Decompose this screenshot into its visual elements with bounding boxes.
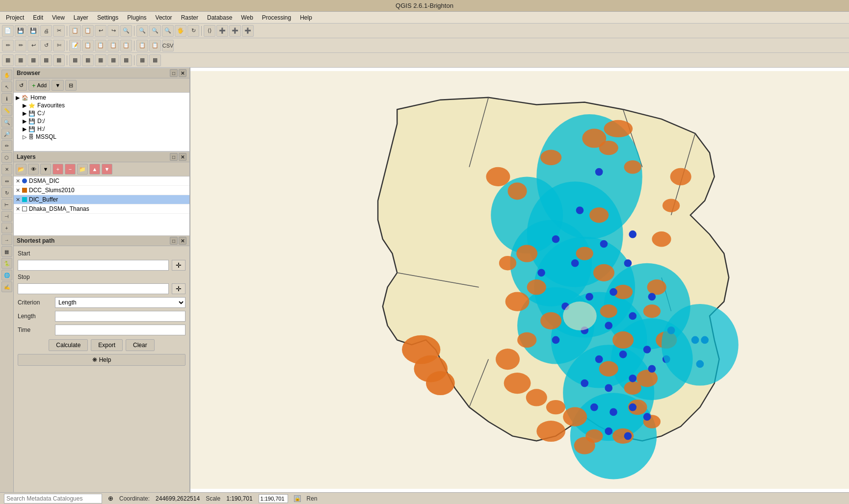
sp-restore-btn[interactable]: □: [170, 237, 178, 245]
toolbar-btn-toolbar2-3[interactable]: ↺: [40, 40, 52, 51]
toolbar-btn-toolbar2-11[interactable]: 📋: [149, 40, 161, 51]
tree-item-favourites[interactable]: ▶ ⭐ Favourites: [15, 101, 188, 109]
menu-item-processing[interactable]: Processing: [258, 13, 295, 22]
sp-help-btn[interactable]: ❋ Help: [18, 354, 186, 366]
browser-add-btn[interactable]: + Add: [28, 80, 50, 91]
menu-item-help[interactable]: Help: [296, 13, 316, 22]
zoom-in-tool[interactable]: 🔍: [1, 117, 12, 127]
sp-close-btn[interactable]: ✕: [179, 237, 186, 245]
sp-clear-btn[interactable]: Clear: [126, 339, 155, 351]
menu-item-view[interactable]: View: [48, 13, 69, 22]
toolbar-btn-toolbar3-4[interactable]: ▦: [53, 54, 65, 66]
layer-item-thanas[interactable]: ✕ Dhaka_DSMA_Thanas: [14, 204, 189, 214]
toolbar-btn-toolbar1-14[interactable]: ↻: [187, 25, 199, 37]
toolbar-btn-toolbar1-5[interactable]: 📋: [69, 25, 81, 37]
toolbar-btn-toolbar2-7[interactable]: 📋: [95, 40, 106, 51]
layers-open-btn[interactable]: 📂: [16, 164, 27, 175]
browser-refresh-btn[interactable]: ↺: [16, 80, 27, 91]
toolbar-btn-toolbar3-11[interactable]: ▦: [149, 54, 161, 66]
sp-time-input[interactable]: [55, 325, 186, 335]
toolbar-btn-toolbar3-6[interactable]: ▦: [82, 54, 94, 66]
menu-item-raster[interactable]: Raster: [177, 13, 202, 22]
network-tool[interactable]: 🌐: [1, 270, 12, 280]
browser-restore-btn[interactable]: □: [170, 69, 178, 77]
toolbar-btn-toolbar2-1[interactable]: ✏: [15, 40, 27, 51]
merge-tool[interactable]: ⊣: [1, 211, 12, 222]
layers-up-btn[interactable]: ▲: [89, 164, 100, 175]
toolbar-btn-toolbar2-5[interactable]: 📝: [69, 40, 81, 51]
tree-item-c[interactable]: ▶ 💾 C:/: [15, 109, 188, 117]
toolbar-btn-toolbar1-17[interactable]: ➕: [229, 25, 241, 37]
tree-item-h[interactable]: ▶ 💾 H:/: [15, 125, 188, 133]
toolbar-btn-toolbar1-12[interactable]: 🔍: [162, 25, 174, 37]
toolbar-btn-toolbar1-10[interactable]: 🔍: [136, 25, 148, 37]
search-input[interactable]: [4, 494, 102, 504]
toolbar-btn-toolbar3-2[interactable]: ▦: [27, 54, 39, 66]
tree-item-d[interactable]: ▶ 💾 D:/: [15, 117, 188, 125]
menu-item-web[interactable]: Web: [237, 13, 257, 22]
sp-export-btn[interactable]: Export: [91, 339, 123, 351]
sp-stop-picker[interactable]: ✛: [172, 283, 186, 294]
toolbar-btn-toolbar1-0[interactable]: 📄: [2, 25, 14, 37]
toolbar-btn-toolbar1-11[interactable]: 🔍: [149, 25, 161, 37]
layer-item-slums[interactable]: ✕ DCC_Slums2010: [14, 186, 189, 195]
add-feature-tool[interactable]: ✏: [1, 140, 12, 151]
layer-item-buffer[interactable]: ✕ DIC_Buffer: [14, 195, 189, 204]
toolbar-btn-toolbar2-10[interactable]: 📋: [136, 40, 148, 51]
toolbar-btn-toolbar2-9[interactable]: 📋: [120, 40, 132, 51]
toolbar-btn-toolbar1-13[interactable]: 🖐: [175, 25, 186, 37]
sp-stop-input[interactable]: [18, 283, 169, 294]
map-area[interactable]: [190, 68, 849, 492]
scale-lock-btn[interactable]: 🔒: [294, 495, 301, 502]
toolbar-btn-toolbar1-3[interactable]: 🖨: [40, 25, 52, 37]
menu-item-layer[interactable]: Layer: [70, 13, 92, 22]
move-tool[interactable]: ⇔: [1, 176, 12, 186]
toolbar-btn-toolbar2-6[interactable]: 📋: [82, 40, 94, 51]
toolbar-btn-toolbar3-8[interactable]: ▦: [107, 54, 119, 66]
plus-tool[interactable]: +: [1, 223, 12, 233]
browser-close-btn[interactable]: ✕: [179, 69, 186, 77]
measure-tool[interactable]: 📏: [1, 105, 12, 116]
toolbar-btn-toolbar3-7[interactable]: ▦: [95, 54, 106, 66]
select-tool[interactable]: ↖: [1, 81, 12, 92]
scale-input[interactable]: 1:190,701: [259, 494, 288, 503]
sp-criterion-select[interactable]: Length: [55, 297, 186, 308]
menu-item-vector[interactable]: Vector: [152, 13, 176, 22]
menu-item-plugins[interactable]: Plugins: [123, 13, 150, 22]
browser-collapse-btn[interactable]: ⊟: [65, 80, 77, 91]
python-tool[interactable]: 🐍: [1, 258, 12, 269]
split-tool[interactable]: ⊢: [1, 199, 12, 210]
sp-start-picker[interactable]: ✛: [172, 260, 186, 271]
menu-item-database[interactable]: Database: [203, 13, 236, 22]
layers-visible-btn[interactable]: 👁: [28, 164, 39, 175]
arrow-tool[interactable]: →: [1, 234, 12, 245]
toolbar-btn-toolbar3-10[interactable]: ▦: [136, 54, 148, 66]
toolbar-btn-toolbar2-0[interactable]: ✏: [2, 40, 14, 51]
toolbar-btn-toolbar3-0[interactable]: ▦: [2, 54, 14, 66]
toolbar-btn-toolbar1-16[interactable]: ➕: [216, 25, 228, 37]
edit2-tool[interactable]: ✍: [1, 281, 12, 292]
zoom-out-tool[interactable]: 🔎: [1, 128, 12, 139]
toolbar-btn-toolbar1-18[interactable]: ➕: [242, 25, 254, 37]
sp-start-input[interactable]: [18, 260, 169, 271]
toolbar-btn-toolbar1-4[interactable]: ✂: [53, 25, 65, 37]
layers-restore-btn[interactable]: □: [170, 153, 178, 161]
toolbar-btn-toolbar1-1[interactable]: 💾: [15, 25, 27, 37]
toolbar-btn-toolbar1-2[interactable]: 💾: [27, 25, 39, 37]
toolbar-btn-toolbar1-8[interactable]: ↪: [107, 25, 119, 37]
toolbar-btn-toolbar1-7[interactable]: ↩: [95, 25, 106, 37]
toolbar-btn-toolbar1-6[interactable]: 📋: [82, 25, 94, 37]
menu-item-settings[interactable]: Settings: [93, 13, 122, 22]
node-tool[interactable]: ⬡: [1, 152, 12, 163]
toolbar-btn-toolbar2-4[interactable]: ✄: [53, 40, 65, 51]
menu-item-project[interactable]: Project: [2, 13, 28, 22]
layers-add-btn[interactable]: +: [53, 164, 63, 175]
layers-close-btn[interactable]: ✕: [179, 153, 186, 161]
pan-tool[interactable]: ✋: [1, 70, 12, 80]
toolbar-btn-toolbar2-2[interactable]: ↩: [27, 40, 39, 51]
toolbar-btn-toolbar2-8[interactable]: 📋: [107, 40, 119, 51]
menu-item-edit[interactable]: Edit: [29, 13, 47, 22]
toolbar-btn-toolbar1-9[interactable]: 🔍: [120, 25, 132, 37]
toolbar-btn-toolbar3-5[interactable]: ▦: [69, 54, 81, 66]
layers-tool[interactable]: ▦: [1, 246, 12, 257]
